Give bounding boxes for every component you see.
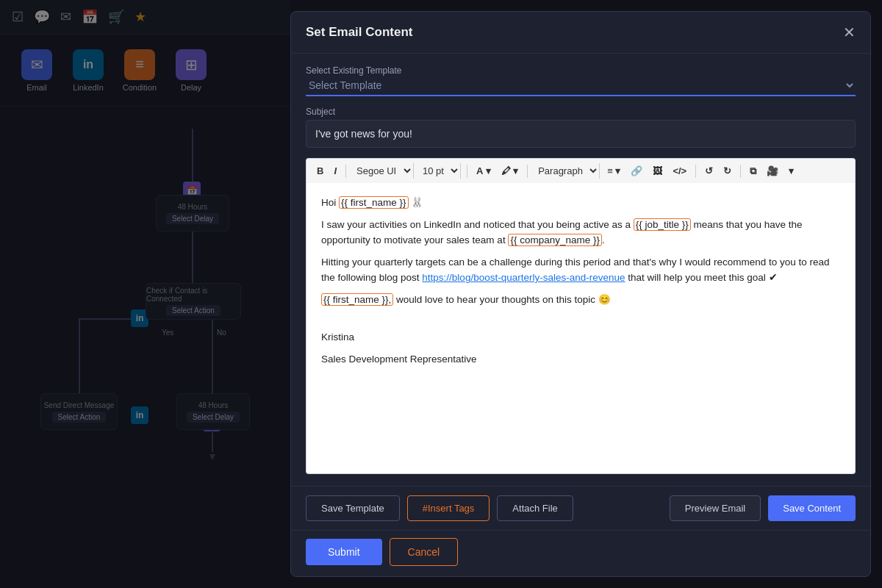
image-button[interactable]: 🖼	[650, 164, 665, 178]
line1: I saw your activities on LinkedIn and no…	[321, 217, 840, 248]
font-select[interactable]: Segoe UI	[352, 163, 414, 179]
divider	[345, 165, 346, 178]
paragraph-select[interactable]: Paragraph	[534, 163, 600, 179]
more-button[interactable]: ▾	[786, 164, 797, 178]
subject-section: Subject	[306, 107, 856, 148]
first-name-tag-2: {{ first_name }},	[321, 293, 393, 306]
modal-header: Set Email Content ✕	[291, 12, 870, 54]
rich-text-editor: B I Segoe UI 10 pt A ▾ 🖍 ▾ Paragraph	[306, 158, 856, 474]
italic-button[interactable]: I	[331, 164, 340, 178]
video-button[interactable]: 🎥	[764, 164, 781, 178]
align-button[interactable]: ≡ ▾	[604, 164, 623, 178]
first-name-tag-1: {{ first_name }}	[339, 196, 409, 209]
set-email-content-modal: Set Email Content ✕ Select Existing Temp…	[290, 11, 871, 577]
line3: {{ first_name }}, would love to hear you…	[321, 292, 840, 308]
redo-button[interactable]: ↻	[720, 164, 734, 178]
divider	[740, 165, 741, 178]
subject-input[interactable]	[306, 120, 856, 148]
template-dropdown[interactable]: Select Template	[306, 79, 856, 92]
font-color-button[interactable]: A ▾	[473, 164, 494, 178]
company-name-tag: {{ company_name }}	[508, 234, 602, 246]
cancel-button[interactable]: Cancel	[390, 538, 459, 566]
preview-email-button[interactable]: Preview Email	[670, 495, 761, 521]
line2: Hitting your quarterly targets can be a …	[321, 254, 840, 286]
template-section-label: Select Existing Template	[306, 65, 856, 76]
font-size-select[interactable]: 10 pt	[418, 163, 461, 179]
insert-tags-button[interactable]: #Insert Tags	[407, 495, 490, 521]
modal-footer: Save Template #Insert Tags Attach File P…	[291, 486, 870, 530]
code-button[interactable]: </>	[670, 164, 689, 178]
subject-label: Subject	[306, 107, 856, 117]
modal-body: Select Existing Template Select Template…	[291, 54, 870, 486]
rte-toolbar: B I Segoe UI 10 pt A ▾ 🖍 ▾ Paragraph	[306, 158, 856, 183]
greeting-line: Hoi {{ first_name }} 🐰	[321, 195, 840, 211]
bold-button[interactable]: B	[314, 164, 326, 178]
highlight-button[interactable]: 🖍 ▾	[498, 164, 522, 178]
signature-role: Sales Development Representative	[321, 351, 840, 368]
greeting-text: Hoi	[321, 197, 339, 208]
modal-title: Set Email Content	[306, 25, 412, 40]
divider	[467, 165, 467, 178]
link-button[interactable]: 🔗	[628, 164, 645, 178]
submit-row: Submit Cancel	[291, 530, 870, 576]
save-template-button[interactable]: Save Template	[306, 495, 400, 521]
save-content-button[interactable]: Save Content	[768, 495, 856, 521]
footer-right-buttons: Preview Email Save Content	[670, 495, 856, 521]
divider	[527, 165, 528, 178]
divider	[695, 165, 696, 178]
signature-name: Kristina	[321, 329, 840, 345]
close-button[interactable]: ✕	[843, 24, 856, 41]
blog-link[interactable]: https://blog/boost-quarterly-sales-and-r…	[422, 272, 625, 283]
template-select-wrapper: Select Template	[306, 79, 856, 96]
attach-file-button[interactable]: Attach File	[497, 495, 573, 521]
copy-button[interactable]: ⧉	[747, 164, 759, 179]
undo-button[interactable]: ↺	[702, 164, 716, 178]
submit-button[interactable]: Submit	[306, 539, 382, 565]
email-content-area[interactable]: Hoi {{ first_name }} 🐰 I saw your activi…	[306, 183, 856, 474]
job-title-tag: {{ job_title }}	[634, 218, 691, 231]
template-section: Select Existing Template Select Template	[306, 65, 856, 96]
